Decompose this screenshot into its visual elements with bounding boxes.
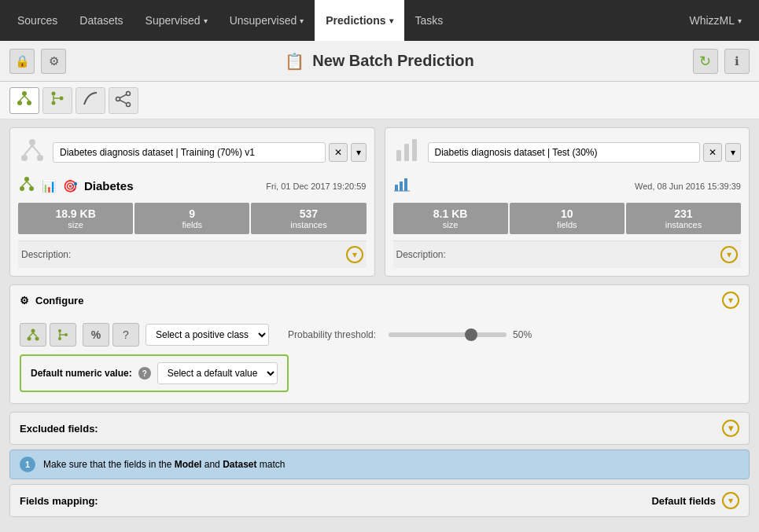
right-chart-icon [393,175,411,196]
svg-point-15 [29,139,35,145]
left-stat-fields: 9 fields [134,203,249,234]
config-tree-button[interactable] [20,323,46,347]
branches-view-button[interactable] [42,87,72,114]
probability-value: 50% [513,329,532,340]
nav-tasks[interactable]: Tasks [404,0,455,41]
svg-point-10 [127,91,131,95]
config-branch-button[interactable] [50,323,76,347]
probability-slider-container: 50% [382,329,739,340]
settings-button[interactable]: ⚙ [41,49,66,74]
help-icon[interactable]: ? [138,367,151,380]
configure-section: ⚙ Configure ▾ [9,284,750,404]
left-chart-icon: 📊 [42,179,57,193]
left-stat-size: 18.9 KB size [18,203,133,234]
nav-unsupervised[interactable]: Unsupervised ▾ [219,0,315,41]
svg-point-12 [127,102,131,106]
right-dataset-date: Wed, 08 Jun 2016 15:39:39 [635,182,741,191]
svg-line-13 [120,94,127,97]
configure-header[interactable]: ⚙ Configure ▾ [10,285,749,315]
left-dataset-dropdown-button[interactable]: ▾ [351,143,367,162]
svg-point-32 [28,337,31,341]
navbar: Sources Datasets Supervised ▾ Unsupervis… [0,0,759,41]
toolbar: 🔒 ⚙ 📋 New Batch Prediction ↻ ℹ [0,41,759,82]
svg-line-18 [24,145,32,155]
left-desc-row: Description: ▾ [18,240,367,268]
tree-icon [16,90,33,111]
right-panel-header: ✕ ▾ [393,136,742,169]
nav-whizzml[interactable]: WhizzML ▾ [678,0,753,41]
svg-line-35 [33,333,37,337]
right-desc-toggle[interactable]: ▾ [720,246,738,263]
positive-class-select[interactable]: Select a positive class [146,324,269,346]
nav-sources[interactable]: Sources [6,0,68,41]
svg-line-24 [27,182,31,186]
svg-point-20 [24,177,29,182]
right-description-label: Description: [396,249,446,260]
left-description-label: Description: [21,249,71,260]
settings-icon: ⚙ [49,54,59,68]
configure-header-left: ⚙ Configure [20,295,83,306]
info-button[interactable]: ℹ [724,49,750,74]
share-view-button[interactable] [109,87,138,114]
curve-view-button[interactable] [76,87,105,114]
excluded-fields-section: Excluded fields: ▾ [9,412,750,445]
right-info-row: Wed, 08 Jun 2016 15:39:39 [393,175,742,196]
right-dataset-clear-button[interactable]: ✕ [703,143,722,162]
left-target-icon: 🎯 [63,179,78,193]
config-percent-group: % ? [83,323,139,347]
excluded-fields-label: Excluded fields: [20,423,98,435]
predictions-caret: ▾ [389,17,393,25]
unsupervised-caret: ▾ [300,17,304,25]
svg-rect-29 [400,182,403,191]
fields-mapping-label: Fields mapping: [20,495,98,507]
svg-line-4 [24,96,29,101]
default-value-select[interactable]: Select a default value [157,362,278,384]
svg-point-1 [17,101,22,105]
svg-point-38 [64,333,68,336]
page-title: New Batch Prediction [312,52,474,70]
right-stat-instances: 231 instances [626,203,741,234]
config-question-button[interactable]: ? [112,323,139,347]
left-dataset-clear-button[interactable]: ✕ [329,143,348,162]
right-dataset-dropdown-button[interactable]: ▾ [725,143,741,162]
excluded-fields-toggle[interactable]: ▾ [722,420,739,437]
config-percent-button[interactable]: % [83,323,109,347]
svg-point-21 [20,186,24,191]
svg-rect-26 [404,144,409,161]
lock-button[interactable]: 🔒 [9,49,35,74]
fields-mapping-toggle[interactable]: ▾ [722,492,739,509]
refresh-button[interactable]: ↻ [693,49,718,74]
default-fields-label: Default fields [651,495,716,507]
sub-toolbar [0,82,759,119]
left-stat-instances: 537 instances [251,203,366,234]
configure-toggle[interactable]: ▾ [722,292,739,309]
right-stat-fields: 10 fields [510,203,625,234]
svg-rect-25 [396,150,401,161]
nav-supervised[interactable]: Supervised ▾ [134,0,219,41]
tree-view-button[interactable] [9,87,39,114]
svg-rect-28 [395,185,398,191]
left-desc-toggle[interactable]: ▾ [346,246,363,263]
whizzml-caret: ▾ [738,17,742,25]
probability-label: Probability threshold: [288,329,376,340]
left-dataset-input[interactable] [53,142,326,163]
left-dataset-name: Diabetes [84,179,134,193]
right-desc-row: Description: ▾ [393,240,742,268]
excluded-fields-header[interactable]: Excluded fields: ▾ [10,413,749,444]
svg-point-17 [37,155,43,161]
info-number: 1 [20,457,35,472]
probability-slider-thumb[interactable] [465,328,477,341]
svg-point-33 [35,337,39,341]
nav-datasets[interactable]: Datasets [68,0,134,41]
nav-predictions[interactable]: Predictions ▾ [315,0,403,41]
svg-line-34 [29,333,33,337]
svg-point-2 [27,101,31,105]
svg-point-16 [21,155,28,161]
svg-point-0 [22,91,27,96]
left-info-row: 📊 🎯 Diabetes Fri, 01 Dec 2017 19:20:59 [18,175,367,196]
share-icon [115,90,132,111]
right-dataset-input[interactable] [428,142,701,163]
svg-point-7 [60,97,64,101]
left-stats-row: 18.9 KB size 9 fields 537 instances [18,203,367,234]
default-numeric-label: Default numeric value: [31,368,132,379]
